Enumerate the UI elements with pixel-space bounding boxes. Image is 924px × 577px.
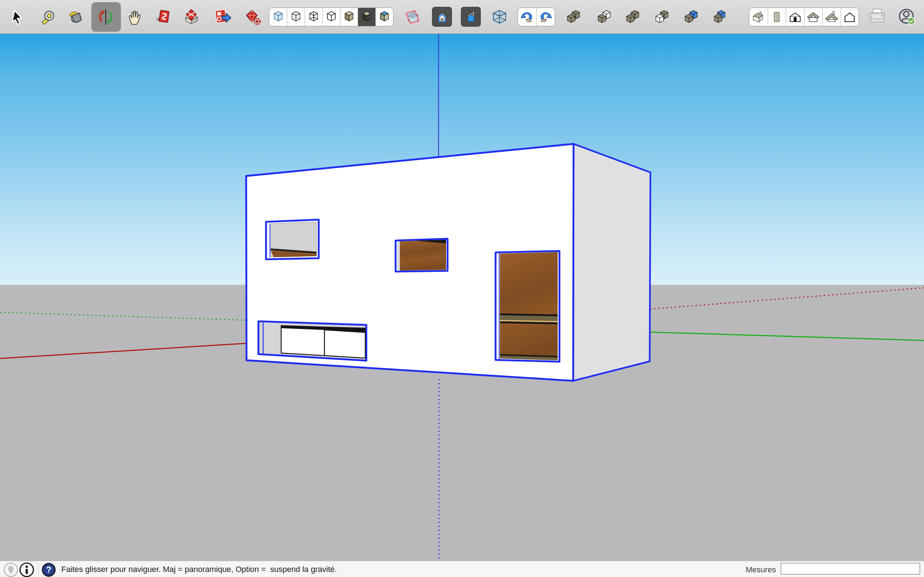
view-right-button[interactable] [768, 8, 786, 26]
undo-icon [519, 9, 535, 25]
style-monochrome-button[interactable] [375, 8, 393, 26]
select-tool-button[interactable] [7, 3, 27, 31]
measurements-label: Mesures [733, 565, 776, 574]
view-left-icon [842, 9, 858, 25]
face-styles-group [269, 8, 393, 26]
split-icon [712, 9, 729, 25]
trim-icon [683, 9, 700, 25]
main-toolbar [0, 0, 924, 34]
subtract-icon [654, 9, 670, 25]
status-bar: ? Faites glisser pour naviguer. Maj = pa… [0, 561, 924, 577]
extension-warehouse-button[interactable] [242, 3, 263, 31]
tape-measure-icon [40, 8, 57, 26]
ruby-gear-icon [244, 8, 262, 26]
style-shaded-with-textures-button[interactable] [358, 8, 375, 26]
tape-measure-tool-button[interactable] [38, 3, 58, 31]
monochrome-icon [376, 9, 393, 25]
section-fills-icon [463, 9, 479, 25]
selected-box-model[interactable] [246, 144, 650, 381]
intersect-icon [596, 9, 613, 25]
3d-warehouse-button[interactable] [181, 3, 201, 31]
export-icon [213, 8, 232, 26]
redo-button[interactable] [536, 8, 555, 26]
3d-viewport[interactable] [0, 34, 924, 561]
green-axis-dotted [0, 312, 247, 320]
orbit-icon [97, 8, 115, 26]
geolocation-button[interactable] [3, 562, 19, 577]
wireframe-icon [306, 9, 321, 25]
orbit-tool-button[interactable] [96, 3, 116, 31]
window-middle [396, 239, 447, 272]
print-button[interactable] [866, 3, 888, 31]
view-iso-button[interactable] [749, 8, 768, 26]
style-shaded-button[interactable] [340, 8, 358, 26]
opening-bottom-left [258, 321, 366, 361]
window-top-left [266, 220, 319, 259]
subtract-button[interactable] [652, 3, 672, 31]
view-back-button[interactable] [804, 8, 822, 26]
info-icon [19, 562, 35, 577]
view-back-icon [805, 9, 821, 25]
status-message: Faites glisser pour naviguer. Maj = pano… [61, 565, 337, 574]
union-button[interactable] [623, 3, 643, 31]
display-section-cuts-button[interactable] [432, 7, 452, 27]
geolocation-icon [3, 562, 19, 577]
history-group [518, 8, 555, 26]
view-top-icon [824, 9, 840, 25]
red-axis-dotted [650, 288, 924, 309]
sketchup-window: ? Faites glisser pour naviguer. Maj = pa… [0, 0, 924, 577]
info-button[interactable] [19, 562, 35, 577]
model-scene [0, 34, 924, 561]
view-front-icon [787, 9, 803, 25]
pan-hand-icon [126, 8, 144, 26]
red-axis-solid [0, 343, 247, 358]
standard-views-group [749, 8, 859, 26]
undo-button[interactable] [518, 8, 536, 26]
split-button[interactable] [710, 3, 730, 31]
x-ray-icon [270, 9, 286, 25]
view-top-button[interactable] [822, 8, 841, 26]
account-icon [897, 7, 917, 27]
outer-shell-button[interactable] [564, 3, 584, 31]
view-left-button[interactable] [841, 8, 859, 26]
union-icon [625, 9, 641, 25]
xray-box-icon [491, 8, 509, 26]
view-right-icon [769, 9, 785, 25]
xray-box-button[interactable] [489, 3, 510, 31]
section-plane-button[interactable] [402, 3, 423, 31]
style-wireframe-button[interactable] [305, 8, 322, 26]
style-back-edges-button[interactable] [287, 8, 305, 26]
share-model-button[interactable] [153, 3, 174, 31]
style-hidden-line-button[interactable] [322, 8, 340, 26]
3d-warehouse-icon [182, 8, 200, 26]
pan-tool-button[interactable] [125, 3, 145, 31]
shaded-textures-icon [359, 9, 375, 25]
door-right [496, 251, 559, 362]
share-model-icon [155, 8, 173, 26]
printer-icon [867, 7, 887, 27]
trim-button[interactable] [682, 3, 702, 31]
intersect-button[interactable] [594, 3, 615, 31]
model-right-face [573, 144, 650, 381]
svg-text:?: ? [46, 565, 52, 574]
outer-shell-icon [565, 9, 582, 25]
help-button[interactable]: ? [41, 562, 57, 577]
hidden-line-icon [323, 9, 339, 25]
style-x-ray-button[interactable] [269, 8, 287, 26]
display-section-fills-button[interactable] [461, 7, 481, 27]
select-arrow-icon [9, 8, 26, 26]
view-front-button[interactable] [786, 8, 804, 26]
view-iso-icon [750, 9, 766, 25]
help-icon: ? [41, 562, 57, 577]
green-axis-solid [650, 332, 924, 340]
section-cuts-icon [434, 9, 451, 25]
status-divider [38, 563, 39, 575]
paint-bucket-tool-button[interactable] [65, 3, 86, 31]
account-button[interactable] [896, 3, 918, 31]
section-plane-icon [403, 8, 422, 26]
export-model-button[interactable] [212, 3, 233, 31]
redo-icon [538, 9, 554, 25]
measurements-input[interactable] [781, 563, 920, 574]
shaded-icon [341, 9, 357, 25]
paint-bucket-icon [67, 8, 84, 26]
